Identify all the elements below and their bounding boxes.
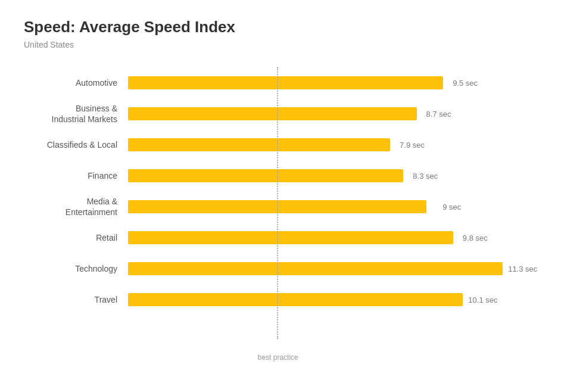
bar-area: 8.3 sec [128,169,559,182]
bar-area: 7.9 sec [128,138,559,151]
bar-label: Technology [24,263,128,274]
bar-label: Retail [24,232,128,243]
bar-value-label: 9.5 sec [453,79,478,88]
bar-row: Classifieds & Local7.9 sec [24,129,559,160]
bar-fill: 9.8 sec [128,231,453,244]
bar-fill: 8.3 sec [128,169,403,182]
bar-area: 11.3 sec [128,262,559,275]
bar-value-label: 9.8 sec [463,234,488,242]
bar-fill: 11.3 sec [128,262,503,275]
bar-label: Travel [24,294,128,305]
bar-value-label: 10.1 sec [468,295,497,304]
bar-fill: 9 sec [128,200,426,213]
bar-fill: 8.7 sec [128,107,417,120]
best-practice-label: best practice [258,353,298,362]
chart-container: Speed: Average Speed Index United States… [0,0,583,392]
bar-row: Travel10.1 sec [24,284,559,315]
bar-row: Technology11.3 sec [24,253,559,284]
bar-row: Automotive9.5 sec [24,67,559,98]
bar-fill: 7.9 sec [128,138,390,151]
bar-area: 9.5 sec [128,76,559,89]
bar-label: Finance [24,170,128,181]
bar-value-label: 7.9 sec [400,141,425,150]
bar-area: 9 sec [128,200,559,213]
bar-value-label: 8.7 sec [426,110,451,119]
bar-area: 10.1 sec [128,293,559,306]
bar-row: Finance8.3 sec [24,160,559,191]
bar-label: Classifieds & Local [24,139,128,150]
bar-label: Automotive [24,77,128,88]
bar-fill: 10.1 sec [128,293,463,306]
bar-row: Business &Industrial Markets8.7 sec [24,98,559,129]
bar-fill: 9.5 sec [128,76,443,89]
chart-subtitle: United States [24,40,559,49]
bar-row: Retail9.8 sec [24,222,559,253]
bar-area: 8.7 sec [128,107,559,120]
bar-area: 9.8 sec [128,231,559,244]
bar-label: Media &Entertainment [24,196,128,217]
chart-title: Speed: Average Speed Index [24,18,559,36]
chart-body: Automotive9.5 secBusiness &Industrial Ma… [24,67,559,339]
bar-value-label: 8.3 sec [413,172,438,181]
bar-row: Media &Entertainment9 sec [24,191,559,222]
bar-label: Business &Industrial Markets [24,103,128,125]
bars-wrapper: Automotive9.5 secBusiness &Industrial Ma… [24,67,559,339]
bar-value-label: 11.3 sec [508,265,537,273]
bar-value-label: 9 sec [442,203,461,211]
